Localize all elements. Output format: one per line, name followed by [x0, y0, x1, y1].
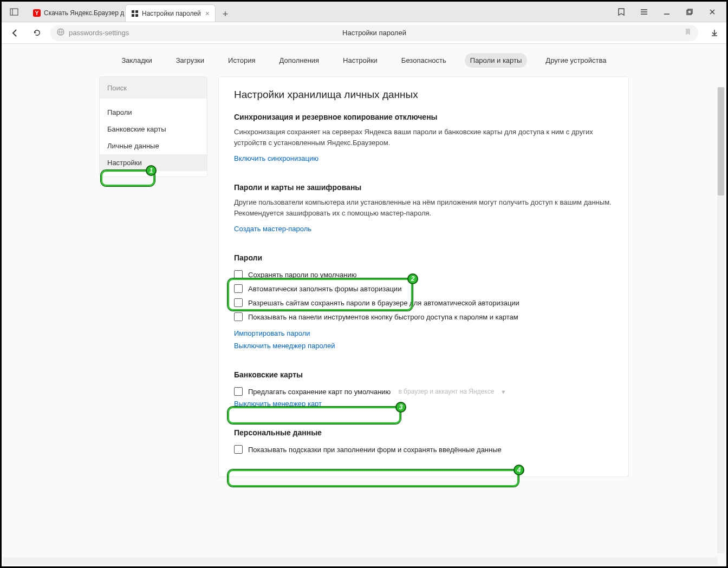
page-content: Закладки Загрузки История Дополнения Нас…	[2, 44, 726, 566]
back-button[interactable]	[7, 25, 23, 41]
nav-bookmarks[interactable]: Закладки	[116, 53, 157, 68]
personal-heading: Персональные данные	[234, 428, 613, 437]
close-window-button[interactable]	[706, 5, 719, 18]
sync-heading: Синхронизация и резервное копирование от…	[234, 113, 613, 121]
maximize-button[interactable]	[683, 5, 696, 18]
svg-rect-2	[132, 10, 134, 13]
disable-password-manager-link[interactable]: Выключить менеджер паролей	[234, 342, 335, 350]
chevron-down-icon[interactable]: ▾	[502, 388, 505, 396]
scrollbar-thumb[interactable]	[718, 87, 724, 195]
tab-strip: Y Скачать Яндекс.Браузер д Настройки пар…	[28, 2, 233, 22]
url-input[interactable]: passwords-settings Настройки паролей	[50, 25, 698, 41]
annotation-badge-1: 1	[146, 165, 157, 176]
checkbox-label: Автоматически заполнять формы авторизаци…	[248, 285, 401, 293]
section-sync: Синхронизация и резервное копирование от…	[234, 113, 613, 166]
url-text: passwords-settings	[69, 29, 129, 37]
checkbox-label: Разрешать сайтам сохранять пароли в брау…	[248, 299, 519, 307]
settings-sidebar: Поиск Пароли Банковские карты Личные дан…	[99, 76, 207, 177]
yandex-favicon-icon: Y	[33, 9, 41, 17]
enable-sync-link[interactable]: Включить синхронизацию	[234, 154, 318, 162]
checkbox-label: Предлагать сохранение карт по умолчанию	[248, 388, 391, 396]
nav-extensions[interactable]: Дополнения	[274, 53, 324, 68]
cards-heading: Банковские карты	[234, 370, 613, 379]
downloads-button[interactable]	[708, 27, 721, 40]
checkbox-show-toolbar-button[interactable]: Показывать на панели инструментов кнопку…	[234, 310, 613, 324]
section-cards: Банковские карты Предлагать сохранение к…	[234, 370, 613, 411]
settings-main-panel: Настройки хранилища личных данных Синхро…	[218, 76, 629, 477]
svg-rect-3	[135, 10, 138, 13]
vertical-scrollbar[interactable]	[717, 87, 725, 553]
checkbox-label: Показывать на панели инструментов кнопку…	[248, 313, 518, 321]
reload-button[interactable]	[29, 25, 45, 41]
nav-other-devices[interactable]: Другие устройства	[540, 53, 612, 68]
bookmark-icon[interactable]	[684, 28, 692, 38]
nav-passwords-cards[interactable]: Пароли и карты	[465, 53, 528, 68]
svg-rect-5	[135, 14, 138, 17]
import-passwords-link[interactable]: Импортировать пароли	[234, 329, 310, 337]
checkbox-autofill-forms[interactable]: Автоматически заполнять формы авторизаци…	[234, 282, 613, 296]
annotation-badge-3: 3	[395, 402, 406, 413]
close-tab-icon[interactable]: ×	[205, 9, 210, 18]
sidebar-item-passwords[interactable]: Пароли	[100, 104, 207, 121]
section-encrypt: Пароли и карты не зашифрованы Другие пол…	[234, 183, 613, 236]
tab-password-settings[interactable]: Настройки паролей ×	[125, 4, 216, 22]
nav-settings[interactable]: Настройки	[337, 53, 383, 68]
sidebar-item-cards[interactable]: Банковские карты	[100, 121, 207, 138]
card-save-location-hint: в браузер и аккаунт на Яндексе	[398, 388, 494, 395]
minimize-button[interactable]	[660, 5, 673, 18]
svg-rect-10	[687, 10, 691, 15]
horizontal-scrollbar[interactable]	[3, 557, 718, 565]
encrypt-description: Другие пользователи компьютера или устан…	[234, 197, 613, 218]
panel-toggle-button[interactable]	[6, 4, 22, 19]
nav-downloads[interactable]: Загрузки	[171, 53, 210, 68]
menu-icon[interactable]	[638, 5, 651, 18]
checkbox-icon[interactable]	[234, 387, 243, 396]
section-personal: Персональные данные Показывать подсказки…	[234, 428, 613, 456]
checkbox-label: Показывать подсказки при заполнении форм…	[248, 446, 502, 454]
svg-rect-4	[132, 14, 134, 17]
checkbox-offer-save-cards[interactable]: Предлагать сохранение карт по умолчанию …	[234, 384, 613, 399]
new-tab-button[interactable]: +	[218, 6, 233, 22]
sync-description: Синхронизация сохраняет на серверах Янде…	[234, 127, 613, 148]
svg-rect-11	[688, 9, 692, 14]
svg-rect-0	[10, 9, 18, 15]
window-titlebar: Y Скачать Яндекс.Браузер д Настройки пар…	[2, 2, 726, 22]
passwords-heading: Пароли	[234, 253, 613, 262]
checkbox-save-passwords[interactable]: Сохранять пароли по умолчанию	[234, 267, 613, 282]
annotation-badge-2: 2	[407, 273, 418, 284]
disable-card-manager-link[interactable]: Выключить менеджер карт	[234, 400, 322, 408]
window-controls	[615, 5, 722, 18]
checkbox-label: Сохранять пароли по умолчанию	[248, 271, 357, 279]
site-info-icon[interactable]	[57, 28, 64, 38]
checkbox-allow-sites-save[interactable]: Разрешать сайтам сохранять пароли в брау…	[234, 296, 613, 310]
search-placeholder: Поиск	[107, 84, 127, 92]
checkbox-icon[interactable]	[234, 445, 243, 454]
sidebar-search-input[interactable]: Поиск	[100, 77, 207, 99]
address-bar: passwords-settings Настройки паролей	[2, 22, 726, 44]
panel-title: Настройки хранилища личных данных	[234, 89, 613, 101]
checkbox-icon[interactable]	[234, 312, 243, 321]
annotation-badge-4: 4	[514, 465, 524, 475]
nav-security[interactable]: Безопасность	[396, 53, 452, 68]
tab-label: Настройки паролей	[142, 10, 201, 17]
checkbox-icon[interactable]	[234, 284, 243, 293]
checkbox-icon[interactable]	[234, 298, 243, 307]
tab-label: Скачать Яндекс.Браузер д	[44, 9, 124, 17]
sidebar-item-personal-data[interactable]: Личные данные	[100, 138, 207, 154]
checkbox-show-form-hints[interactable]: Показывать подсказки при заполнении форм…	[234, 442, 613, 456]
settings-favicon-icon	[131, 10, 139, 17]
create-master-password-link[interactable]: Создать мастер-пароль	[234, 225, 311, 233]
section-passwords: Пароли Сохранять пароли по умолчанию Авт…	[234, 253, 613, 353]
checkbox-icon[interactable]	[234, 270, 243, 279]
settings-top-nav: Закладки Загрузки История Дополнения Нас…	[2, 44, 726, 76]
reading-mode-icon[interactable]	[615, 5, 628, 18]
encrypt-heading: Пароли и карты не зашифрованы	[234, 183, 613, 192]
page-title: Настройки паролей	[342, 29, 406, 37]
tab-yandex-download[interactable]: Y Скачать Яндекс.Браузер д	[28, 4, 125, 22]
nav-history[interactable]: История	[223, 53, 261, 68]
